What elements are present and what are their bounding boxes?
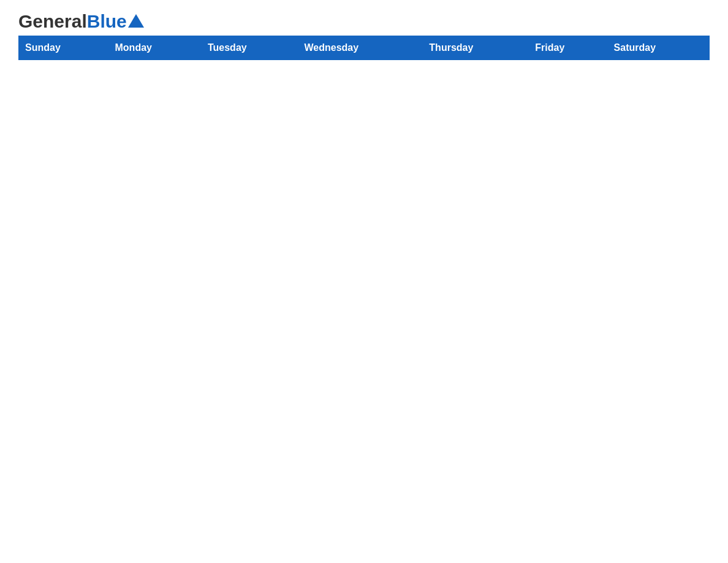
calendar-header-row: Sunday Monday Tuesday Wednesday Thursday… <box>19 36 710 60</box>
page: GeneralBlue Sunday Monday Tuesday Wednes… <box>0 0 728 79</box>
col-tuesday: Tuesday <box>201 36 298 60</box>
logo-text: GeneralBlue <box>18 12 127 31</box>
col-thursday: Thursday <box>423 36 529 60</box>
col-monday: Monday <box>108 36 201 60</box>
col-sunday: Sunday <box>19 36 109 60</box>
col-wednesday: Wednesday <box>298 36 423 60</box>
logo-triangle <box>128 14 144 28</box>
header: GeneralBlue <box>18 12 710 29</box>
col-friday: Friday <box>529 36 607 60</box>
calendar: Sunday Monday Tuesday Wednesday Thursday… <box>18 36 710 60</box>
logo: GeneralBlue <box>18 12 144 29</box>
col-saturday: Saturday <box>607 36 709 60</box>
